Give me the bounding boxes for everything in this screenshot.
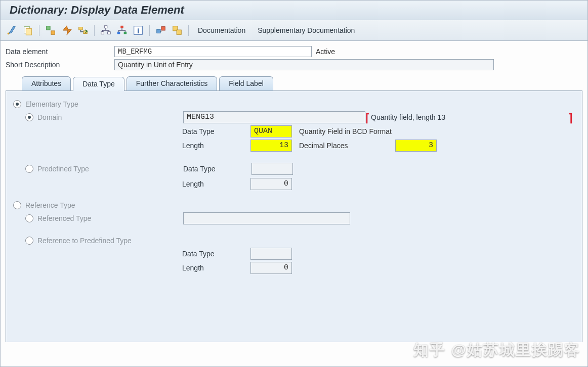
predefined-type-radio[interactable] (25, 165, 33, 173)
sap-dictionary-window: Dictionary: Display Data Element i Docum… (0, 0, 588, 367)
predefined-type-label: Predefined Type (37, 165, 183, 173)
referenced-type-field (183, 212, 350, 224)
referenced-type-label: Referenced Type (37, 214, 183, 222)
title-bar: Dictionary: Display Data Element (1, 1, 587, 20)
svg-rect-16 (161, 27, 165, 30)
documentation-button[interactable]: Documentation (193, 24, 250, 36)
elementary-type-radio-row[interactable]: Elementary Type (13, 100, 575, 108)
elementary-type-radio[interactable] (13, 100, 21, 108)
tab-attributes[interactable]: Attributes (22, 76, 71, 90)
other-object-icon[interactable] (21, 23, 35, 37)
display-change-icon[interactable] (5, 23, 19, 37)
svg-rect-9 (108, 32, 111, 34)
page-title: Dictionary: Display Data Element (10, 4, 578, 17)
svg-rect-18 (177, 30, 181, 34)
predef-length-field: 0 (250, 178, 292, 190)
referenced-type-radio[interactable] (25, 214, 33, 222)
decimal-places-label: Decimal Places (299, 142, 395, 150)
bracket-close-icon: ⌉ (568, 114, 573, 122)
predef-data-type-field (251, 163, 293, 175)
watermark: 知乎 @姑苏城里挨踢客 (413, 340, 580, 360)
domain-row: Domain MENG13 ⌈ Quantity field, length 1… (25, 111, 575, 123)
ref2-data-type-field (250, 248, 292, 260)
header-fields: Data element MB_ERFMG Active Short Descr… (1, 41, 587, 73)
technical-icon[interactable] (170, 23, 184, 37)
domain-desc: Quantity field, length 13 (371, 113, 445, 121)
bracket-open-icon: ⌈ (365, 114, 370, 122)
svg-rect-4 (51, 31, 55, 34)
svg-rect-3 (47, 26, 50, 30)
predefined-type-row[interactable]: Predefined Type Data Type (25, 163, 575, 175)
length-field: 13 (250, 140, 292, 152)
short-desc-label: Short Description (6, 61, 114, 69)
ref-to-predef-label: Reference to Predefined Type (37, 237, 132, 245)
data-type-label: Data Type (182, 127, 250, 135)
ref2-data-type-label: Data Type (182, 250, 250, 258)
svg-rect-15 (157, 29, 160, 33)
ref-to-predef-row[interactable]: Reference to Predefined Type (25, 237, 575, 245)
domain-radio[interactable] (25, 113, 33, 121)
toolbar: i Documentation Supplementary Documentat… (1, 20, 587, 41)
hierarchy-icon[interactable] (99, 23, 113, 37)
svg-rect-8 (101, 32, 104, 34)
svg-rect-10 (120, 26, 123, 28)
ref-to-predef-radio[interactable] (25, 237, 33, 245)
separator (94, 25, 95, 36)
separator (39, 25, 39, 36)
svg-rect-2 (26, 28, 31, 35)
svg-rect-5 (79, 27, 82, 30)
reference-type-row[interactable]: Reference Type (13, 201, 575, 209)
svg-rect-12 (124, 32, 127, 34)
svg-text:i: i (137, 27, 139, 35)
domain-label: Domain (37, 113, 183, 121)
status-text: Active (316, 48, 335, 56)
elementary-type-label: Elementary Type (25, 100, 78, 108)
data-element-label: Data element (6, 48, 114, 56)
tab-further-characteristics[interactable]: Further Characteristics (127, 76, 218, 90)
where-used-icon[interactable] (76, 23, 90, 37)
ref2-length-label: Length (182, 264, 250, 272)
activate-icon[interactable] (60, 23, 74, 37)
check-icon[interactable] (44, 23, 58, 37)
data-type-field: QUAN (250, 125, 292, 137)
svg-rect-11 (117, 32, 120, 34)
length-label: Length (182, 142, 250, 150)
data-element-field[interactable]: MB_ERFMG (114, 46, 312, 57)
svg-point-0 (8, 33, 10, 35)
separator (188, 25, 189, 36)
separator (149, 25, 150, 36)
ref2-length-field: 0 (250, 262, 292, 274)
supplementary-doc-button[interactable]: Supplementary Documentation (253, 24, 360, 36)
info-icon[interactable]: i (131, 23, 145, 37)
reference-type-label: Reference Type (25, 201, 75, 209)
decimal-places-field: 3 (395, 140, 437, 152)
predef-data-type-label: Data Type (183, 165, 251, 173)
data-type-desc: Quantity Field in BCD Format (299, 127, 392, 135)
hierarchy-color-icon[interactable] (115, 23, 129, 37)
data-type-panel: Elementary Type Domain MENG13 ⌈ Quantity… (6, 90, 582, 342)
tab-field-label[interactable]: Field Label (219, 76, 273, 90)
short-desc-field[interactable]: Quantity in Unit of Entry (114, 59, 494, 70)
predef-length-label: Length (182, 180, 250, 188)
tab-data-type[interactable]: Data Type (73, 77, 124, 91)
domain-field[interactable]: MENG13 (183, 111, 365, 123)
reference-type-radio[interactable] (13, 201, 21, 209)
tabstrip: Attributes Data Type Further Characteris… (1, 76, 587, 90)
referenced-type-row[interactable]: Referenced Type (25, 212, 575, 224)
svg-rect-7 (104, 26, 107, 28)
append-icon[interactable] (154, 23, 168, 37)
